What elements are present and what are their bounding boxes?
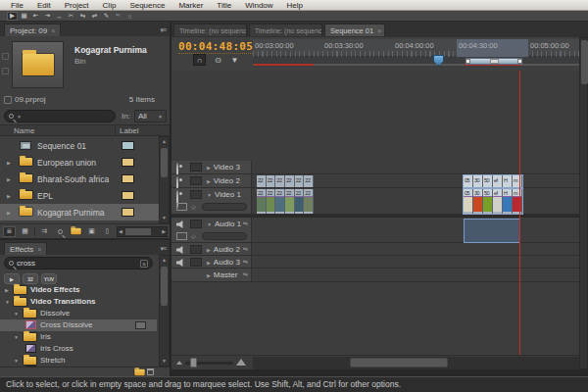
clip-selected[interactable]: m [513,175,522,187]
clip[interactable]: 22 [304,175,314,187]
scroll-right-icon[interactable]: ▶ [162,228,166,234]
track-name[interactable]: ▼Audio 1 [207,220,241,228]
encore-chapter-marker-icon[interactable]: ʘ [212,54,224,66]
rolling-edit-tool-icon[interactable]: ⇥ [42,12,53,21]
fx-row-dissolve[interactable]: ▼ Dissolve [0,308,157,319]
audio-keyframe-nav-icon[interactable]: ⇆ [243,258,248,265]
tab-project[interactable]: Project: 09 × [4,24,61,36]
menu-title[interactable]: Title [210,1,238,10]
project-row-kogagrat-purnima[interactable]: ▶ Kogagrat Purnima [0,204,159,220]
scroll-down-icon[interactable]: ▼ [160,214,169,222]
current-timecode[interactable]: 00:04:48:05 [178,40,253,54]
column-divider[interactable] [115,126,116,135]
clip-selected[interactable]: 50 [483,189,493,214]
ripple-edit-tool-icon[interactable]: ⇤ [30,12,41,21]
new-custom-bin-icon[interactable] [134,369,144,375]
unnumbered-marker-icon[interactable]: ▼ [228,54,241,66]
disclosure-icon[interactable]: ▶ [5,287,9,293]
project-row-european-union[interactable]: ▶ European union [0,154,159,171]
snap-icon[interactable]: ∩ [193,54,206,66]
track-name[interactable]: ▶Audio 3 [207,258,240,267]
clip[interactable]: 22 [267,189,276,214]
fx-row-iris[interactable]: ▼ Iris [0,331,157,343]
project-row-epl[interactable]: ▶ EPL [0,187,159,204]
track-name[interactable]: ▶Master [207,270,237,279]
clip[interactable]: 22 [304,189,314,214]
show-keyframes-icon[interactable]: ◇ [191,203,196,210]
menu-clip[interactable]: Clip [96,1,123,10]
audio-keyframe-nav-icon[interactable]: ⇆ [243,245,248,252]
clip-selected[interactable]: H [503,175,513,187]
disclosure-icon[interactable]: ▶ [7,193,11,199]
toggle-track-output-speaker-icon[interactable] [176,259,184,267]
show-keyframes-icon[interactable]: ◇ [191,232,196,239]
disclosure-icon[interactable]: ▼ [14,334,19,340]
new-bin-icon[interactable] [70,226,82,237]
track-name[interactable]: ▶Video 2 [207,176,240,185]
delete-custom-item-icon[interactable] [147,368,154,375]
column-label[interactable]: Label [120,126,139,135]
slip-tool-icon[interactable]: ⇆ [77,12,88,21]
zoom-slider-thumb[interactable] [190,358,197,368]
track-select-tool-icon[interactable]: ▦ [19,12,29,21]
set-display-style-icon[interactable] [176,203,187,211]
scroll-up-icon[interactable]: ▲ [160,256,169,265]
clip[interactable]: 22 [275,189,285,214]
slide-tool-icon[interactable]: ⇄ [89,12,100,21]
clip-selected[interactable]: 30 [473,189,483,214]
project-search-input[interactable]: ▼ [4,110,116,122]
playhead-line[interactable] [519,71,520,355]
menu-project[interactable]: Project [58,1,96,10]
disclosure-icon[interactable]: ▼ [14,358,19,364]
list-view-icon[interactable]: ≣ [3,226,16,237]
menu-file[interactable]: File [4,1,30,10]
zoom-in-icon[interactable] [236,359,246,366]
scrollbar-thumb[interactable] [350,358,448,368]
work-area-bar[interactable] [466,58,522,65]
track-name[interactable]: ▶Audio 2 [207,245,240,254]
bit-depth-filter-icon[interactable]: 32 [23,273,38,284]
yuv-filter-icon[interactable]: YUV [41,273,57,284]
label-chip[interactable] [122,191,134,200]
play-preview-icon[interactable] [2,68,9,74]
work-area-left-handle[interactable] [466,59,470,64]
project-row-bharat-south-africa[interactable]: ▶ Bharat-South africa [0,171,159,187]
clip[interactable]: 22 [257,175,267,187]
search-options-chevron-icon[interactable]: ▼ [17,114,22,120]
new-item-icon[interactable]: ▣ [85,226,98,237]
clip-selected[interactable]: ef [493,189,503,214]
column-name[interactable]: Name [14,126,34,135]
effects-scrollbar[interactable]: ▲ ▼ [159,255,170,367]
clip[interactable]: 22 [295,189,305,214]
automate-to-sequence-icon[interactable]: ⇉ [38,226,51,237]
find-icon[interactable] [54,226,67,237]
panel-menu-icon[interactable]: ▾≡ [160,245,166,253]
project-row-sequence-01[interactable]: Sequence 01 [0,137,159,154]
work-area-center-handle[interactable] [490,59,499,64]
timeline-h-scrollbar[interactable] [253,357,579,369]
fx-row-iris-cross[interactable]: Iris Cross [0,343,157,355]
label-chip[interactable] [122,158,134,167]
accelerated-effects-filter-icon[interactable]: ▶ [4,273,20,284]
poster-frame-icon[interactable] [2,53,9,60]
toggle-track-output-speaker-icon[interactable] [176,246,184,254]
sync-lock-toggle[interactable] [190,163,202,172]
zoom-tool-icon[interactable]: ○ [124,12,135,21]
scroll-down-icon[interactable]: ▼ [160,357,169,366]
clear-search-icon[interactable]: × [140,260,148,268]
label-chip[interactable] [122,141,134,150]
project-h-scrollbar[interactable]: ◀ ▶ [117,226,168,237]
menu-edit[interactable]: Edit [30,1,58,10]
toggle-track-output-speaker-icon[interactable] [176,220,184,228]
disclosure-icon[interactable]: ▶ [7,160,11,166]
tab-sequence-01[interactable]: Sequence 01 × [324,24,385,36]
zoom-out-icon[interactable] [176,361,182,365]
hand-tool-icon[interactable]: ☜ [113,12,123,21]
track-name[interactable]: ▶Video 3 [207,163,240,172]
set-display-style-icon[interactable] [176,232,187,240]
clip-selected[interactable]: 30 [473,175,483,187]
fx-row-cross-dissolve[interactable]: Cross Dissolve [0,319,157,331]
sync-lock-toggle[interactable] [190,245,202,254]
sync-lock-toggle[interactable] [190,176,202,185]
clip[interactable]: 22 [285,175,295,187]
